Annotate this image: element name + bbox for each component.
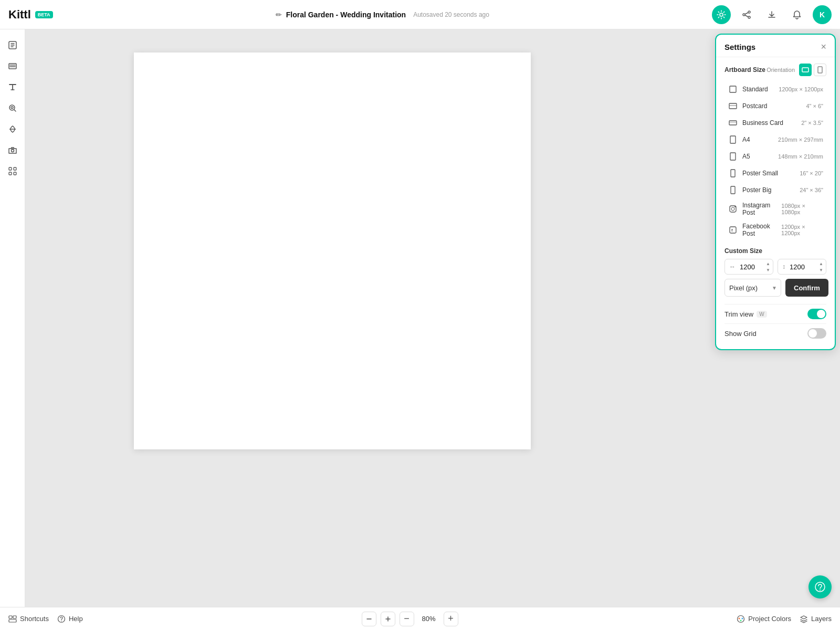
width-spinners: ▲ ▼ (763, 259, 773, 274)
height-spin-down[interactable]: ▼ (817, 267, 825, 273)
sidebar-grid-button[interactable] (3, 162, 22, 181)
pencil-icon: ✏ (276, 10, 282, 19)
download-button[interactable] (762, 5, 781, 24)
project-colors-button[interactable]: Project Colors (737, 615, 791, 623)
autosaved-text: Autosaved 20 seconds ago (413, 11, 489, 18)
size-item-a4[interactable]: A4 210mm × 297mm (724, 132, 826, 148)
unit-select[interactable]: Pixel (px) Inch (in) Millimeter (mm) (724, 279, 781, 297)
height-input-wrap: ↕ ▲ ▼ (778, 259, 826, 275)
svg-point-30 (820, 590, 821, 591)
bottom-bar: Shortcuts Help − 80% + (0, 607, 840, 630)
support-bubble[interactable] (808, 575, 832, 598)
size-icon-a4 (728, 134, 738, 145)
svg-rect-18 (729, 121, 737, 125)
sidebar-layers-button[interactable] (3, 57, 22, 76)
unit-row: Pixel (px) Inch (in) Millimeter (mm) ▼ C… (724, 279, 826, 297)
notifications-button[interactable] (788, 5, 806, 24)
size-item-postcard[interactable]: Postcard 4" × 6" (724, 98, 826, 114)
width-spin-up[interactable]: ▲ (764, 260, 772, 267)
width-spin-down[interactable]: ▼ (764, 267, 772, 273)
show-grid-toggle[interactable] (807, 328, 826, 339)
sidebar-edit-button[interactable] (3, 36, 22, 55)
size-name-a5: A5 (742, 153, 750, 160)
layers-button[interactable]: Layers (800, 615, 832, 623)
svg-rect-20 (730, 136, 736, 143)
logo-text: Kittl (8, 8, 31, 22)
svg-rect-12 (14, 172, 16, 175)
zoom-right-button[interactable] (381, 612, 395, 626)
settings-button[interactable] (712, 5, 731, 24)
svg-point-0 (720, 13, 723, 16)
size-icon-instagram-post (728, 204, 738, 214)
svg-point-25 (731, 207, 734, 211)
svg-point-39 (740, 620, 742, 621)
svg-rect-15 (730, 86, 736, 92)
zoom-left-button[interactable] (362, 612, 376, 626)
svg-rect-27 (730, 227, 736, 233)
size-item-standard[interactable]: Standard 1200px × 1200px (724, 81, 826, 97)
size-dim-instagram-post: 1080px × 1080px (781, 203, 823, 215)
sidebar-effects-button[interactable] (3, 120, 22, 139)
svg-point-2 (743, 14, 745, 16)
size-name-poster-big: Poster Big (742, 186, 771, 194)
svg-text:f: f (731, 228, 733, 233)
size-item-facebook-post[interactable]: f Facebook Post 1200px × 1200px (724, 220, 826, 240)
zoom-out-button[interactable]: − (400, 612, 414, 626)
help-button[interactable]: Help (57, 615, 83, 623)
size-icon-standard (728, 84, 738, 94)
size-item-business-card[interactable]: Business Card 2" × 3.5" (724, 115, 826, 131)
svg-point-38 (742, 617, 743, 619)
artboard-size-label: Artboard Size (724, 66, 765, 74)
svg-rect-23 (731, 186, 735, 194)
svg-rect-9 (9, 167, 12, 170)
layers-label: Layers (811, 615, 832, 623)
size-dim-poster-small: 16" × 20" (800, 170, 823, 176)
trim-view-shortcut: W (757, 311, 766, 318)
size-item-instagram-post[interactable]: Instagram Post 1080px × 1080px (724, 199, 826, 219)
size-dim-poster-big: 24" × 36" (800, 187, 823, 193)
bottom-center: − 80% + (362, 612, 458, 626)
left-sidebar (0, 29, 25, 607)
sidebar-text-button[interactable] (3, 78, 22, 97)
size-dim-facebook-post: 1200px × 1200px (781, 224, 823, 236)
height-spin-up[interactable]: ▲ (817, 260, 825, 267)
confirm-button[interactable]: Confirm (785, 279, 828, 297)
bottom-left: Shortcuts Help (8, 615, 83, 623)
height-input[interactable] (788, 260, 816, 274)
orientation-portrait-button[interactable] (814, 64, 826, 76)
custom-size-label: Custom Size (724, 247, 826, 255)
close-settings-button[interactable]: × (821, 42, 826, 51)
svg-rect-22 (731, 170, 735, 177)
zoom-in-button[interactable]: + (444, 612, 458, 626)
svg-rect-21 (730, 153, 736, 160)
svg-rect-14 (818, 67, 822, 73)
orientation-label: Orientation (766, 67, 795, 73)
svg-point-8 (11, 150, 14, 152)
shortcuts-button[interactable]: Shortcuts (8, 615, 49, 623)
svg-point-3 (748, 16, 750, 18)
size-item-poster-big[interactable]: Poster Big 24" × 36" (724, 182, 826, 198)
help-label: Help (69, 615, 83, 623)
width-input[interactable] (738, 260, 763, 274)
artboard-size-section-header: Artboard Size Orientation (724, 64, 826, 76)
orientation-landscape-button[interactable] (799, 64, 812, 76)
size-name-poster-small: Poster Small (742, 170, 778, 177)
svg-point-26 (734, 206, 736, 207)
settings-title: Settings (724, 43, 755, 51)
trim-view-toggle[interactable] (807, 309, 826, 319)
svg-rect-10 (14, 167, 16, 170)
size-dim-standard: 1200px × 1200px (779, 86, 823, 92)
share-button[interactable] (737, 5, 756, 24)
sidebar-camera-button[interactable] (3, 141, 22, 160)
size-name-postcard: Postcard (742, 102, 767, 110)
avatar[interactable]: K (813, 5, 832, 24)
width-icon: ↔ (725, 263, 738, 270)
size-dim-a5: 148mm × 210mm (778, 153, 823, 160)
size-icon-facebook-post: f (728, 225, 738, 235)
svg-point-36 (738, 615, 744, 622)
size-item-a5[interactable]: A5 148mm × 210mm (724, 149, 826, 164)
size-item-poster-small[interactable]: Poster Small 16" × 20" (724, 165, 826, 181)
sidebar-search-button[interactable] (3, 99, 22, 118)
size-name-facebook-post: Facebook Post (742, 223, 781, 237)
settings-panel: Settings × Artboard Size Orientation (715, 34, 836, 350)
